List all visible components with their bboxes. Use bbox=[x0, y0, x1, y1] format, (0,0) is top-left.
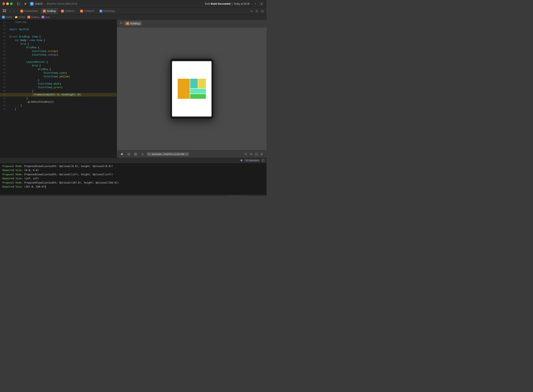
gridbug-file-icon: S bbox=[27, 16, 30, 19]
svg-rect-6 bbox=[5, 9, 6, 10]
run-button[interactable] bbox=[23, 2, 29, 6]
code-content[interactable]: 10 reserved. 11 12 import SwiftUI 13 14 … bbox=[0, 20, 117, 158]
tab-gridbug[interactable]: S GridBug bbox=[40, 8, 58, 14]
sidebar-toggle-button[interactable] bbox=[16, 2, 21, 6]
status-indicator bbox=[241, 159, 243, 161]
console-area: Proposal Mode: ProposedViewSize(width: O… bbox=[0, 163, 266, 196]
back-button[interactable]: ‹ bbox=[8, 9, 11, 13]
tab-untitled2[interactable]: S Untitled 2 bbox=[59, 8, 78, 14]
nav-buttons: ‹ › bbox=[2, 9, 16, 13]
code-line-26: 26 } bbox=[0, 79, 117, 82]
code-line-13: 13 bbox=[0, 31, 117, 35]
breadcrumb-gridbug-label: GridBug bbox=[31, 16, 39, 18]
preview-name-tag[interactable]: S GridBug bbox=[124, 21, 142, 26]
zoom-in-button[interactable] bbox=[249, 152, 254, 157]
code-line-30: 30 .frame(minWidth: 0, minHeight: 0) bbox=[0, 93, 117, 97]
code-line-29: 29 } bbox=[0, 89, 117, 93]
code-line-14: 14 struct GridBug: View { bbox=[0, 35, 117, 39]
breadcrumb-grid15-project[interactable]: G Grid15 bbox=[2, 16, 12, 19]
preview-toolbar: S GridBug bbox=[117, 20, 266, 27]
untitled2-tab-icon: S bbox=[61, 10, 64, 13]
code-line-18: 18 ColorView(.orange) bbox=[0, 50, 117, 53]
tab-untitled5-label: Untitled 5 bbox=[84, 10, 94, 13]
contentview-tab-icon: S bbox=[20, 10, 23, 13]
pin-button[interactable] bbox=[119, 22, 123, 26]
right-grid bbox=[190, 79, 206, 99]
filter-input-wrapper[interactable] bbox=[225, 196, 248, 196]
split-view-button[interactable] bbox=[254, 196, 259, 196]
inspector-button[interactable]: ⊟ bbox=[260, 9, 265, 13]
editor-status-bar: 34 characters bbox=[0, 158, 266, 163]
code-line-22: 22 Grid { bbox=[0, 64, 117, 68]
svg-rect-20 bbox=[148, 153, 150, 155]
zoom-out-button[interactable] bbox=[243, 152, 248, 157]
console-line-3: Proposal Mode: ProposedViewSize(width: O… bbox=[2, 173, 264, 177]
previews-tab[interactable]: Previews bbox=[19, 196, 31, 196]
grid-view-button[interactable] bbox=[2, 9, 7, 13]
svg-rect-8 bbox=[5, 11, 6, 12]
svg-rect-5 bbox=[3, 9, 4, 10]
tab-contentview[interactable]: S ContentView bbox=[18, 8, 40, 14]
project-icon: G bbox=[30, 2, 34, 6]
grid-overlay-button[interactable] bbox=[133, 152, 138, 157]
main-area: 10 reserved. 11 12 import SwiftUI 13 14 … bbox=[0, 20, 266, 158]
tab-grid15app[interactable]: A Grid15App bbox=[97, 8, 117, 14]
inspect-button[interactable] bbox=[126, 152, 131, 157]
maximize-button[interactable] bbox=[10, 2, 13, 5]
tab-gridbug-label: GridBug bbox=[47, 10, 56, 13]
zoom-controls bbox=[243, 152, 264, 157]
add-button[interactable]: + bbox=[253, 2, 258, 6]
console-line-2: Required Size: (0.0, 0.0) bbox=[2, 168, 264, 172]
device-selector-dropdown[interactable]: Automatic – iPad Pro 11-inch M4 bbox=[147, 152, 189, 156]
device-rotate-button[interactable] bbox=[140, 152, 145, 157]
expand-button[interactable] bbox=[260, 196, 264, 196]
split-right-button[interactable]: ⇥ bbox=[249, 9, 253, 13]
device-selector-label: Automatic – iPad Pro 11-inch M4 bbox=[152, 153, 184, 155]
trash-button[interactable] bbox=[249, 196, 254, 196]
svg-rect-16 bbox=[134, 154, 135, 155]
zoom-100-button[interactable] bbox=[259, 152, 264, 157]
folder-icon: 📁 bbox=[15, 16, 18, 19]
code-line-28: 28 ColorView(.green) bbox=[0, 86, 117, 89]
green-cell bbox=[190, 94, 206, 99]
breadcrumb-grid15-label: Grid15 bbox=[6, 16, 12, 18]
forward-button[interactable]: › bbox=[12, 9, 16, 13]
console-line-6: Required Size: (167.0, 350.0)┃ bbox=[2, 185, 264, 189]
code-line-12: 12 import SwiftUI bbox=[0, 28, 117, 31]
grid-visualization bbox=[178, 79, 206, 99]
svg-rect-7 bbox=[3, 11, 4, 12]
yellow-cell bbox=[198, 79, 206, 88]
device-name: iPad Pro 13-inch (M4) (18.0) bbox=[47, 2, 77, 5]
project-name-group: G Grid15 › iPad Pro 13-inch (M4) (18.0) bbox=[30, 2, 77, 6]
breadcrumb-body[interactable]: P body bbox=[42, 16, 50, 19]
titlebar: G Grid15 › iPad Pro 13-inch (M4) (18.0) … bbox=[0, 0, 266, 8]
code-line-17: 17 GridRow { bbox=[0, 46, 117, 50]
code-line-32: 32 .gridCellColumns(2) bbox=[0, 100, 117, 104]
assistant-button[interactable]: ☰ bbox=[254, 9, 259, 13]
executable-tab[interactable]: Executable bbox=[2, 196, 17, 196]
zoom-fit-button[interactable] bbox=[254, 152, 259, 157]
breadcrumb-gridbug[interactable]: S GridBug bbox=[27, 16, 39, 19]
code-line-16: 16 Grid { bbox=[0, 42, 117, 46]
tab-untitled2-label: Untitled 2 bbox=[65, 10, 75, 13]
breadcrumb-grid15-folder-label: Grid15 bbox=[19, 16, 25, 18]
tab-untitled5[interactable]: S Untitled 5 bbox=[78, 8, 97, 14]
console-output: Proposal Mode: ProposedViewSize(width: O… bbox=[0, 163, 266, 194]
console-line-5: Proposal Mode: ProposedViewSize(width: O… bbox=[2, 181, 264, 185]
preview-title: GridBug bbox=[130, 22, 140, 25]
breadcrumb-grid15-folder[interactable]: 📁 Grid15 bbox=[15, 16, 25, 19]
svg-rect-4 bbox=[262, 3, 263, 5]
code-line-10: 10 reserved. bbox=[0, 21, 117, 24]
code-line-34: 34 } bbox=[0, 107, 117, 111]
play-preview-button[interactable] bbox=[119, 152, 124, 157]
bottom-right-buttons bbox=[249, 196, 264, 196]
minimize-button[interactable] bbox=[6, 2, 9, 5]
layout-button[interactable] bbox=[259, 2, 264, 6]
code-line-21: 21 LayoutMonitor { bbox=[0, 60, 117, 64]
build-status-text: Build Build Succeeded bbox=[205, 2, 231, 5]
minimap-icon[interactable] bbox=[262, 159, 265, 162]
svg-rect-3 bbox=[260, 3, 261, 5]
traffic-lights bbox=[2, 2, 13, 5]
code-line-19: 19 ColorView(.indigo) bbox=[0, 53, 117, 57]
close-button[interactable] bbox=[2, 2, 5, 5]
